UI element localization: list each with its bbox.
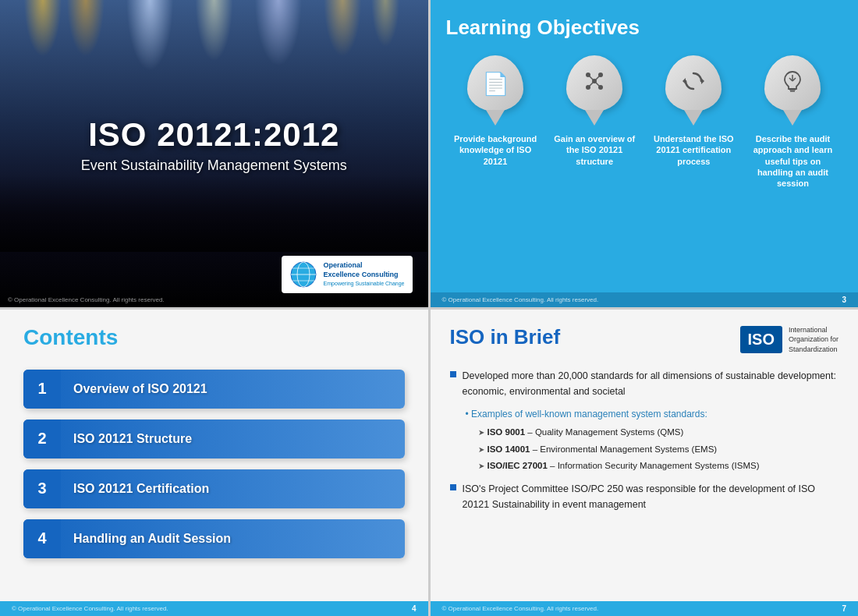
logo-line1: Operational: [324, 261, 405, 271]
learning-obj-1-label: Provide background knowledge of ISO 2012…: [452, 133, 539, 167]
slide2-footer: © Operational Excellence Consulting. All…: [431, 292, 859, 307]
slide4-page: 7: [842, 604, 846, 613]
slide2-copyright: © Operational Excellence Consulting. All…: [442, 296, 599, 303]
learning-obj-4-label: Describe the audit approach and learn us…: [750, 133, 837, 189]
content-label-2: ISO 20121 Structure: [61, 432, 405, 446]
content-item-4[interactable]: 4 Handling an Audit Session: [23, 519, 405, 558]
standard-1-bold: ISO 9001: [488, 427, 526, 437]
slide1-main-title: ISO 20121:2012: [16, 117, 413, 153]
arrow-icon-2: ➤: [478, 444, 484, 456]
refresh-icon: [682, 70, 704, 97]
pin-icon-3: [665, 55, 722, 124]
content-label-1: Overview of ISO 20121: [61, 382, 405, 396]
content-num-2: 2: [23, 420, 61, 458]
pin-icon-4: [764, 55, 821, 124]
slide-2: Learning Objectives 📄 Provide background…: [431, 0, 859, 307]
arrow-icon-3: ➤: [478, 460, 484, 473]
svg-marker-15: [682, 78, 686, 84]
svg-line-12: [588, 81, 594, 87]
slide1-subtitle: Event Sustainability Management Systems: [16, 158, 413, 174]
standard-3-bold: ISO/IEC 27001: [488, 461, 548, 470]
content-num-3: 3: [23, 469, 61, 508]
standard-2-rest: – Environmental Management Systems (EMS): [530, 444, 717, 454]
standard-3-rest: – Information Security Management System…: [548, 461, 760, 470]
document-icon: 📄: [482, 71, 509, 97]
bullet-1-text: Developed more than 20,000 standards for…: [463, 368, 839, 399]
slide1-logo: Operational Excellence Consulting Empowe…: [282, 256, 413, 293]
standard-2: ➤ ISO 14001 – Environmental Management S…: [478, 442, 839, 456]
slide1-logo-text: Operational Excellence Consulting Empowe…: [324, 261, 405, 286]
slide-4: ISO in Brief ISO International Organizat…: [431, 310, 859, 617]
bullet-1: Developed more than 20,000 standards for…: [450, 368, 839, 399]
standard-3: ➤ ISO/IEC 27001 – Information Security M…: [478, 458, 839, 473]
network-icon: [583, 70, 605, 97]
svg-line-13: [594, 81, 601, 87]
slide1-copyright: © Operational Excellence Consulting. All…: [8, 296, 165, 303]
slide-3: Contents 1 Overview of ISO 20121 2 ISO 2…: [0, 310, 428, 617]
svg-marker-14: [701, 78, 704, 84]
slide4-title: ISO in Brief: [450, 325, 561, 349]
pin-head-2: [566, 55, 622, 112]
standard-2-bold: ISO 14001: [488, 444, 530, 454]
learning-obj-2-label: Gain an overview of the ISO 20121 struct…: [551, 133, 638, 167]
bullet-2-text: ISO's Project Committee ISO/PC 250 was r…: [463, 481, 839, 512]
svg-line-10: [588, 75, 594, 81]
pin-tail-3: [684, 110, 703, 126]
slide2-page: 3: [842, 296, 846, 304]
content-label-3: ISO 20121 Certification: [61, 482, 405, 496]
learning-obj-2: Gain an overview of the ISO 20121 struct…: [551, 55, 638, 167]
learning-obj-3-label: Understand the ISO 20121 certification p…: [650, 133, 737, 167]
pin-tail-1: [486, 110, 505, 126]
pin-icon-1: 📄: [467, 55, 523, 124]
logo-line2: Excellence Consulting: [324, 271, 405, 280]
iso-logo: ISO International Organization for Stand…: [740, 325, 839, 355]
lightbulb-icon: [782, 70, 803, 97]
content-num-4: 4: [23, 519, 61, 558]
bullet-square-icon-2: [450, 484, 456, 490]
content-item-1[interactable]: 1 Overview of ISO 20121: [23, 370, 405, 409]
content-num-1: 1: [23, 370, 61, 409]
slide4-header: ISO in Brief ISO International Organizat…: [450, 325, 839, 355]
content-label-4: Handling an Audit Session: [61, 532, 405, 546]
slide3-footer: © Operational Excellence Consulting. All…: [0, 601, 428, 616]
slide1-title-area: ISO 20121:2012 Event Sustainability Mana…: [0, 117, 428, 174]
pin-head-4: [764, 55, 821, 112]
slide2-title: Learning Objectives: [446, 16, 843, 40]
bullet-square-icon: [450, 371, 456, 377]
standard-1: ➤ ISO 9001 – Quality Management Systems …: [478, 425, 839, 439]
slide3-page: 4: [412, 604, 417, 613]
slide3-title: Contents: [23, 325, 405, 350]
pin-head-3: [665, 55, 722, 112]
learning-obj-4: Describe the audit approach and learn us…: [750, 55, 837, 189]
slide4-footer: © Operational Excellence Consulting. All…: [431, 601, 859, 616]
pin-tail-2: [585, 110, 604, 126]
svg-line-11: [594, 75, 601, 81]
standard-1-rest: – Quality Management Systems (QMS): [525, 427, 683, 437]
pin-head-1: 📄: [467, 55, 523, 112]
iso-org-text: International Organization for Standardi…: [789, 325, 838, 355]
sub-sub-bullets: ➤ ISO 9001 – Quality Management Systems …: [478, 425, 839, 473]
slide-1: ISO 20121:2012 Event Sustainability Mana…: [0, 0, 428, 307]
contents-list: 1 Overview of ISO 20121 2 ISO 20121 Stru…: [23, 370, 405, 558]
learning-obj-1: 📄 Provide background knowledge of ISO 20…: [452, 55, 539, 167]
slide4-content: Developed more than 20,000 standards for…: [450, 368, 839, 512]
slide4-copyright: © Operational Excellence Consulting. All…: [442, 605, 599, 612]
pin-tail-4: [783, 110, 802, 126]
content-item-3[interactable]: 3 ISO 20121 Certification: [23, 469, 405, 508]
slide1-crowd-overlay: [0, 175, 428, 251]
globe-icon: [289, 260, 317, 289]
content-item-2[interactable]: 2 ISO 20121 Structure: [23, 420, 405, 458]
logo-line3: Empowering Sustainable Change: [324, 280, 405, 287]
slide2-icons-row: 📄 Provide background knowledge of ISO 20…: [446, 55, 843, 189]
pin-icon-2: [566, 55, 622, 124]
sub-bullet-link: • Examples of well-known management syst…: [466, 407, 839, 422]
sub-bullets: • Examples of well-known management syst…: [466, 407, 839, 473]
slide3-copyright: © Operational Excellence Consulting. All…: [12, 605, 168, 612]
iso-logo-box: ISO: [740, 326, 782, 353]
learning-obj-3: Understand the ISO 20121 certification p…: [650, 55, 737, 167]
bullet-2: ISO's Project Committee ISO/PC 250 was r…: [450, 481, 839, 512]
arrow-icon-1: ➤: [478, 427, 484, 439]
